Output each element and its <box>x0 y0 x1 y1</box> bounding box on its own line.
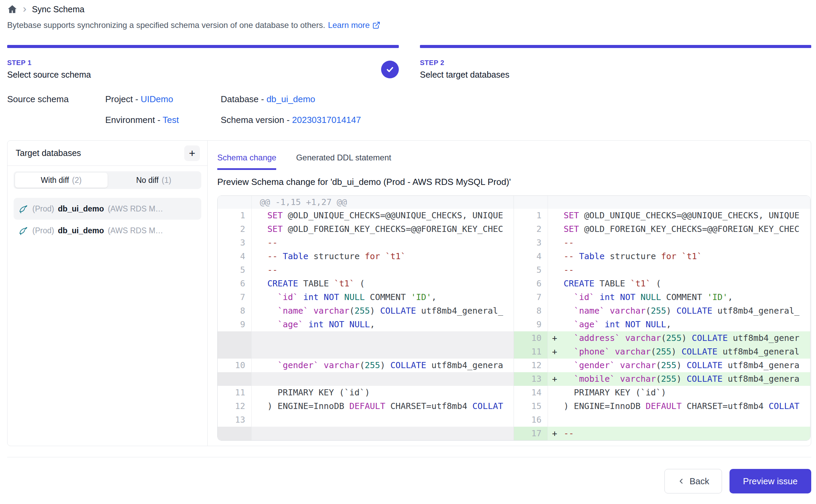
tab-generated-ddl[interactable]: Generated DDL statement <box>296 153 391 170</box>
diff-row: 6CREATE TABLE `t1` ( <box>218 277 514 290</box>
code-line: -- <box>252 263 514 277</box>
tab-with-diff[interactable]: With diff (2) <box>15 173 108 188</box>
step-1-title: Select source schema <box>7 70 399 80</box>
chevron-right-icon: › <box>23 3 27 14</box>
step-1-progress-bar <box>7 45 399 48</box>
line-number-gutter: 10 <box>514 331 548 345</box>
code-line <box>252 345 514 359</box>
database-link[interactable]: db_ui_demo <box>266 94 315 104</box>
code-line: ) ENGINE=InnoDB DEFAULT CHARSET=utf8mb4 … <box>252 399 514 413</box>
db-instance: (AWS RDS MySQL Prod) <box>108 226 165 235</box>
code-line: `age` int NOT NULL, <box>252 318 514 331</box>
line-number-gutter: 12 <box>514 359 548 372</box>
target-database-item[interactable]: (Prod)db_ui_demo(AWS RDS MySQL Prod) <box>14 220 201 241</box>
line-number-gutter: 7 <box>218 290 252 304</box>
line-number-gutter: 16 <box>514 413 548 427</box>
target-databases-title: Target databases <box>16 148 81 158</box>
db-environment: (Prod) <box>32 204 54 214</box>
project-link[interactable]: UIDemo <box>141 94 173 104</box>
code-line: SET @OLD_FOREIGN_KEY_CHECKS=@@FOREIGN_KE… <box>252 222 514 236</box>
diff-row: 6CREATE TABLE `t1` ( <box>514 277 810 290</box>
line-number-gutter: 5 <box>514 263 548 277</box>
line-number-gutter: 4 <box>218 250 252 263</box>
diff-row: 5-- <box>514 263 810 277</box>
preview-content: Schema change Generated DDL statement Pr… <box>208 141 811 446</box>
back-button[interactable]: Back <box>664 469 722 493</box>
line-number-gutter: 11 <box>514 345 548 359</box>
diff-pane-old: @@ -1,15 +1,27 @@1SET @OLD_UNIQUE_CHECKS… <box>218 196 514 440</box>
diff-row: 1SET @OLD_UNIQUE_CHECKS=@@UNIQUE_CHECKS,… <box>218 209 514 222</box>
code-line: SET @OLD_FOREIGN_KEY_CHECKS=@@FOREIGN_KE… <box>548 222 810 236</box>
line-number-gutter: 6 <box>218 277 252 290</box>
step-1-label: STEP 1 <box>7 59 399 67</box>
line-number-gutter <box>218 331 252 345</box>
diff-row: 12) ENGINE=InnoDB DEFAULT CHARSET=utf8mb… <box>218 399 514 413</box>
diff-row: 13+ `mobile` varchar(255) COLLATE utf8mb… <box>514 372 810 386</box>
line-number-gutter: 8 <box>218 304 252 318</box>
line-number-gutter: 17 <box>514 427 548 440</box>
tab-no-diff[interactable]: No diff (1) <box>108 173 200 188</box>
code-line: + `phone` varchar(255) COLLATE utf8mb4_g… <box>548 345 810 359</box>
code-line: PRIMARY KEY (`id`) <box>252 386 514 399</box>
chevron-left-icon <box>677 477 685 485</box>
diff-pane-new: 1SET @OLD_UNIQUE_CHECKS=@@UNIQUE_CHECKS,… <box>514 196 810 440</box>
step-2: STEP 2 Select target databases <box>420 45 811 80</box>
diff-row: 4-- Table structure for `t1` <box>514 250 810 263</box>
line-number-gutter: 12 <box>218 399 252 413</box>
diff-row <box>218 345 514 359</box>
line-number-gutter: 4 <box>514 250 548 263</box>
learn-more-link[interactable]: Learn more <box>328 20 380 30</box>
diff-row: 10 `gender` varchar(255) COLLATE utf8mb4… <box>218 359 514 372</box>
line-number-gutter: 6 <box>514 277 548 290</box>
step-1-check-icon <box>381 61 399 78</box>
diff-row: 11+ `phone` varchar(255) COLLATE utf8mb4… <box>514 345 810 359</box>
code-line: -- Table structure for `t1` <box>252 250 514 263</box>
diff-row: 7 `id` int NOT NULL COMMENT 'ID', <box>514 290 810 304</box>
code-line: SET @OLD_UNIQUE_CHECKS=@@UNIQUE_CHECKS, … <box>252 209 514 222</box>
db-instance: (AWS RDS MySQL Prod) <box>108 204 165 214</box>
db-name: db_ui_demo <box>58 226 104 235</box>
line-number-gutter: 3 <box>218 236 252 250</box>
no-diff-count: (1) <box>162 176 171 185</box>
external-link-icon <box>372 21 380 29</box>
line-number-gutter: 9 <box>218 318 252 331</box>
diff-row: 1SET @OLD_UNIQUE_CHECKS=@@UNIQUE_CHECKS,… <box>514 209 810 222</box>
add-target-database-button[interactable]: + <box>184 145 200 161</box>
intro-text: Bytebase supports synchronizing a specif… <box>7 20 811 30</box>
environment-link[interactable]: Test <box>163 115 179 125</box>
mysql-icon <box>18 225 29 236</box>
source-schema-version: Schema version - 20230317014147 <box>221 115 811 125</box>
diff-row: 2SET @OLD_FOREIGN_KEY_CHECKS=@@FOREIGN_K… <box>218 222 514 236</box>
line-number-gutter: 2 <box>218 222 252 236</box>
code-line: +-- <box>548 427 810 440</box>
diff-row: 16 <box>514 413 810 427</box>
line-number-gutter <box>218 196 252 209</box>
code-line: `age` int NOT NULL, <box>548 318 810 331</box>
intro-description: Bytebase supports synchronizing a specif… <box>7 20 325 30</box>
source-schema-label: Source schema <box>7 94 105 105</box>
diff-filter-tabs: With diff (2) No diff (1) <box>14 171 201 189</box>
schema-version-link[interactable]: 20230317014147 <box>292 115 361 125</box>
code-line <box>252 413 514 427</box>
code-line: + `mobile` varchar(255) COLLATE utf8mb4_… <box>548 372 810 386</box>
code-line: `id` int NOT NULL COMMENT 'ID', <box>252 290 514 304</box>
added-line-marker: + <box>552 331 557 345</box>
home-icon[interactable] <box>7 4 17 14</box>
preview-issue-button[interactable]: Preview issue <box>729 469 811 493</box>
line-number-gutter: 1 <box>514 209 548 222</box>
diff-row: 11 PRIMARY KEY (`id`) <box>218 386 514 399</box>
tab-schema-change[interactable]: Schema change <box>217 153 276 170</box>
page: › Sync Schema Bytebase supports synchron… <box>7 0 811 493</box>
line-number-gutter: 9 <box>514 318 548 331</box>
code-line: ) ENGINE=InnoDB DEFAULT CHARSET=utf8mb4 … <box>548 399 810 413</box>
preview-title: Preview Schema change for 'db_ui_demo (P… <box>217 177 811 187</box>
source-database: Database - db_ui_demo <box>221 94 811 105</box>
diff-row <box>218 331 514 345</box>
schema-diff-viewer: @@ -1,15 +1,27 @@1SET @OLD_UNIQUE_CHECKS… <box>217 195 811 441</box>
code-line: -- <box>548 263 810 277</box>
diff-row: 2SET @OLD_FOREIGN_KEY_CHECKS=@@FOREIGN_K… <box>514 222 810 236</box>
target-database-item[interactable]: (Prod)db_ui_demo(AWS RDS MySQL Prod) <box>14 198 201 220</box>
step-2-label: STEP 2 <box>420 59 811 67</box>
diff-row: 13 <box>218 413 514 427</box>
added-line-marker: + <box>552 345 557 359</box>
